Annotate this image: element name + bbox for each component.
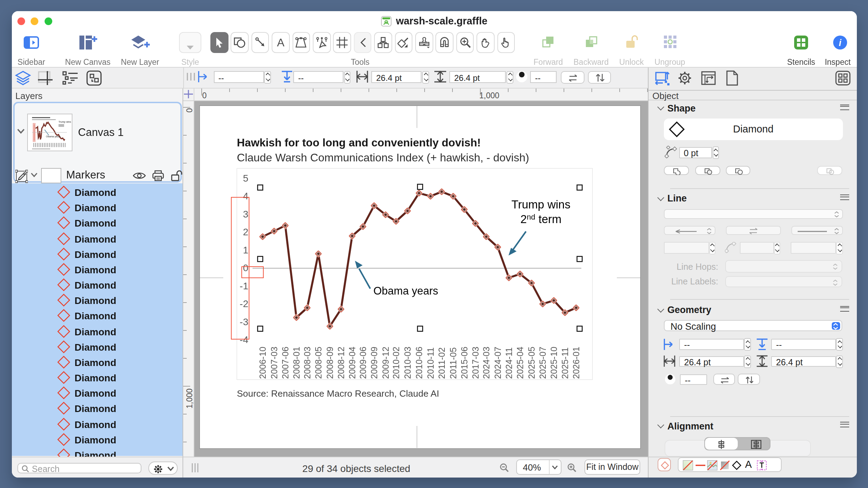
svg-text:2015-06: 2015-06 — [459, 347, 469, 379]
svg-text:5: 5 — [242, 173, 248, 184]
svg-text:A: A — [277, 38, 285, 47]
svg-text:0: 0 — [242, 262, 248, 273]
svg-text:2024-03: 2024-03 — [481, 347, 491, 379]
svg-text:2009-04: 2009-04 — [347, 347, 357, 379]
svg-text:1,000: 1,000 — [185, 388, 194, 408]
svg-text:2025-10: 2025-10 — [549, 347, 558, 379]
svg-text:2006-10: 2006-10 — [257, 347, 267, 379]
svg-text:2025-11: 2025-11 — [560, 347, 569, 379]
svg-text:2009-06: 2009-06 — [358, 347, 367, 379]
svg-text:i: i — [838, 37, 841, 48]
svg-text:-1: -1 — [239, 281, 248, 291]
svg-text:3: 3 — [242, 209, 248, 220]
svg-text:-3: -3 — [239, 317, 248, 327]
svg-text:2024-07: 2024-07 — [493, 347, 502, 379]
svg-text:1: 1 — [242, 245, 248, 256]
svg-text:2: 2 — [242, 227, 248, 237]
svg-text:4: 4 — [242, 191, 248, 201]
svg-text:2007-06: 2007-06 — [280, 347, 290, 379]
svg-text:2010-06: 2010-06 — [414, 347, 424, 379]
svg-text:2010-11: 2010-11 — [425, 347, 435, 379]
svg-text:2008-03: 2008-03 — [302, 347, 312, 379]
svg-text:2025-04: 2025-04 — [515, 347, 525, 379]
svg-text:0: 0 — [202, 91, 206, 100]
svg-text:2009-09: 2009-09 — [369, 347, 379, 379]
svg-text:Hawkish for too long and conve: Hawkish for too long and conveniently do… — [237, 136, 480, 149]
svg-text:Trump wins: Trump wins — [511, 198, 570, 211]
svg-text:2025-05: 2025-05 — [526, 347, 536, 379]
svg-text:2010-02: 2010-02 — [391, 347, 401, 379]
svg-text:Claude Warsh Communications In: Claude Warsh Communications Index (+ haw… — [237, 151, 529, 164]
svg-text:2011-05: 2011-05 — [448, 347, 458, 379]
svg-text:2nd term: 2nd term — [520, 213, 561, 226]
svg-text:2024-11: 2024-11 — [504, 347, 513, 379]
svg-text:Obama years: Obama years — [373, 285, 438, 297]
svg-text:Source: Renaissance Macro Rese: Source: Renaissance Macro Research, Clau… — [237, 388, 439, 399]
svg-text:-4: -4 — [239, 334, 248, 345]
svg-text:2026-01: 2026-01 — [571, 347, 581, 379]
svg-text:2017-03: 2017-03 — [470, 347, 480, 379]
svg-text:Trump wins: Trump wins — [59, 120, 71, 123]
svg-text:2010-03: 2010-03 — [402, 347, 412, 379]
svg-text:2009-12: 2009-12 — [380, 347, 390, 379]
svg-text:2007-03: 2007-03 — [269, 347, 279, 379]
svg-text:-2: -2 — [239, 298, 248, 309]
svg-text:2025-07: 2025-07 — [537, 347, 547, 379]
svg-text:Obama years: Obama years — [46, 135, 61, 138]
svg-text:0: 0 — [185, 108, 194, 112]
svg-text:2008-05: 2008-05 — [313, 347, 323, 379]
svg-text:2011-02: 2011-02 — [436, 347, 446, 379]
svg-text:2008-09: 2008-09 — [325, 347, 334, 379]
svg-text:2008-12: 2008-12 — [336, 347, 346, 379]
svg-text:2008-01: 2008-01 — [291, 347, 301, 379]
svg-text:1,000: 1,000 — [479, 91, 499, 100]
